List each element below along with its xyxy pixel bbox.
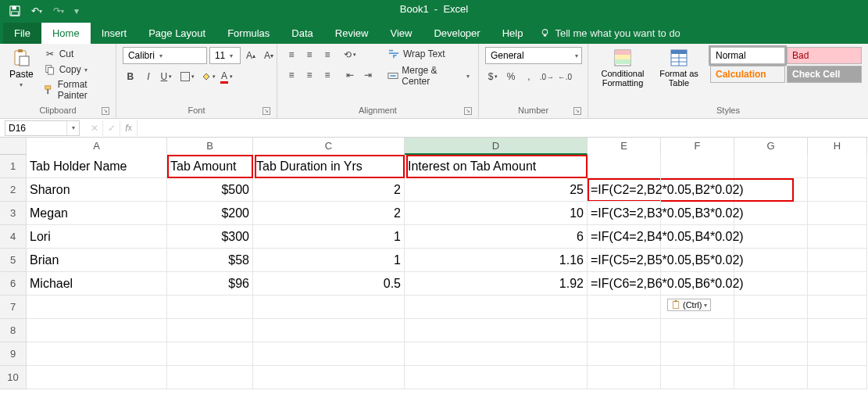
row-header[interactable]: 6 <box>0 272 27 296</box>
cell[interactable] <box>734 296 808 319</box>
increase-font-button[interactable]: A▴ <box>243 48 259 63</box>
cell[interactable] <box>808 296 867 319</box>
paste-options-button[interactable]: (Ctrl) ▾ <box>667 299 711 311</box>
select-all-corner[interactable] <box>0 138 27 155</box>
cell[interactable] <box>27 296 167 319</box>
insert-function-button[interactable]: fx <box>120 120 138 136</box>
cell[interactable] <box>808 366 867 389</box>
cell[interactable] <box>734 272 808 296</box>
cell[interactable] <box>661 155 734 178</box>
cell[interactable] <box>661 366 734 389</box>
format-as-table-button[interactable]: Format as Table <box>655 47 702 89</box>
copy-button[interactable]: Copy ▾ <box>41 63 109 77</box>
tell-me-search[interactable]: Tell me what you want to do <box>534 23 686 44</box>
cell[interactable] <box>808 249 867 272</box>
cell[interactable]: $200 <box>167 202 253 225</box>
alignment-dialog-launcher[interactable]: ↘ <box>464 107 472 115</box>
cell[interactable]: Tab Duration in Yrs <box>253 155 405 178</box>
cell[interactable]: =IF(C6=2,B6*0.05,B6*0.02) <box>588 272 661 296</box>
cell[interactable] <box>734 225 808 249</box>
cell[interactable] <box>405 366 588 389</box>
comma-format-button[interactable]: , <box>521 69 537 84</box>
col-header-B[interactable]: B <box>167 138 253 155</box>
tab-pagelayout[interactable]: Page Layout <box>138 23 216 44</box>
cell[interactable]: $96 <box>167 272 253 296</box>
cell[interactable] <box>734 178 808 202</box>
cell[interactable]: 0.5 <box>253 272 405 296</box>
conditional-formatting-button[interactable]: Conditional Formatting <box>595 47 651 89</box>
cell[interactable] <box>734 319 808 342</box>
align-center-button[interactable]: ≡ <box>302 67 317 83</box>
cell[interactable]: 10 <box>405 202 588 225</box>
percent-format-button[interactable]: % <box>503 69 519 84</box>
tab-home[interactable]: Home <box>41 23 91 44</box>
cell[interactable]: $500 <box>167 178 253 202</box>
cell[interactable] <box>253 319 405 342</box>
undo-button[interactable]: ↶▾ <box>28 4 45 18</box>
orientation-button[interactable]: ⟲▾ <box>342 47 358 63</box>
row-header[interactable]: 7 <box>0 296 27 319</box>
align-middle-button[interactable]: ≡ <box>302 47 317 63</box>
row-header[interactable]: 4 <box>0 225 27 249</box>
format-painter-button[interactable]: Format Painter <box>41 78 109 102</box>
row-header[interactable]: 8 <box>0 319 27 342</box>
cell[interactable] <box>253 296 405 319</box>
style-normal[interactable]: Normal <box>710 47 785 64</box>
cell[interactable] <box>588 155 661 178</box>
cell[interactable]: 2 <box>253 178 405 202</box>
cell[interactable]: Interest on Tab Amount <box>405 155 588 178</box>
cell[interactable]: 1.92 <box>405 272 588 296</box>
increase-indent-button[interactable]: ⇥ <box>360 67 376 83</box>
row-header[interactable]: 2 <box>0 178 27 202</box>
cell[interactable]: Tab Amount <box>167 155 253 178</box>
tab-formulas[interactable]: Formulas <box>216 23 280 44</box>
number-format-select[interactable]: General▾ <box>485 47 582 64</box>
cell[interactable] <box>588 296 661 319</box>
cell[interactable] <box>588 366 661 389</box>
col-header-A[interactable]: A <box>27 138 167 155</box>
col-header-G[interactable]: G <box>734 138 808 155</box>
cell[interactable] <box>167 342 253 366</box>
formula-input[interactable] <box>138 120 868 136</box>
underline-button[interactable]: U▾ <box>159 69 174 84</box>
cell[interactable]: =IF(C2=2,B2*0.05,B2*0.02) <box>588 178 661 202</box>
font-dialog-launcher[interactable]: ↘ <box>263 107 270 115</box>
align-top-button[interactable]: ≡ <box>284 47 299 63</box>
cell[interactable] <box>661 342 734 366</box>
tab-insert[interactable]: Insert <box>91 23 138 44</box>
cell[interactable]: =IF(C5=2,B5*0.05,B5*0.02) <box>588 249 661 272</box>
row-header[interactable]: 5 <box>0 249 27 272</box>
cell[interactable]: 6 <box>405 225 588 249</box>
tab-file[interactable]: File <box>3 23 41 44</box>
col-header-E[interactable]: E <box>588 138 661 155</box>
cell[interactable] <box>405 319 588 342</box>
font-size-select[interactable]: 11▾ <box>209 47 241 64</box>
cell[interactable] <box>253 366 405 389</box>
tab-view[interactable]: View <box>379 23 423 44</box>
redo-button[interactable]: ↷▾ <box>50 4 67 18</box>
row-header[interactable]: 1 <box>0 155 27 178</box>
cell[interactable] <box>734 342 808 366</box>
bold-button[interactable]: B <box>123 69 138 84</box>
col-header-C[interactable]: C <box>253 138 405 155</box>
increase-decimal-button[interactable]: .0→ <box>539 69 555 84</box>
cell[interactable]: 1.16 <box>405 249 588 272</box>
cell[interactable] <box>661 319 734 342</box>
cell[interactable] <box>588 319 661 342</box>
align-bottom-button[interactable]: ≡ <box>320 47 335 63</box>
decrease-indent-button[interactable]: ⇤ <box>342 67 358 83</box>
cell[interactable] <box>808 202 867 225</box>
fill-color-button[interactable]: ▾ <box>201 69 216 84</box>
clipboard-dialog-launcher[interactable]: ↘ <box>102 107 109 115</box>
cell[interactable] <box>27 319 167 342</box>
cut-button[interactable]: ✂ Cut <box>41 47 109 61</box>
font-color-button[interactable]: A▾ <box>219 69 234 84</box>
row-header[interactable]: 9 <box>0 342 27 366</box>
cell[interactable]: Brian <box>27 249 167 272</box>
cell[interactable]: Michael <box>27 272 167 296</box>
cell[interactable] <box>808 155 867 178</box>
decrease-font-button[interactable]: A▾ <box>261 48 277 63</box>
cell[interactable] <box>734 366 808 389</box>
cell[interactable] <box>588 342 661 366</box>
cell[interactable]: Tab Holder Name <box>27 155 167 178</box>
